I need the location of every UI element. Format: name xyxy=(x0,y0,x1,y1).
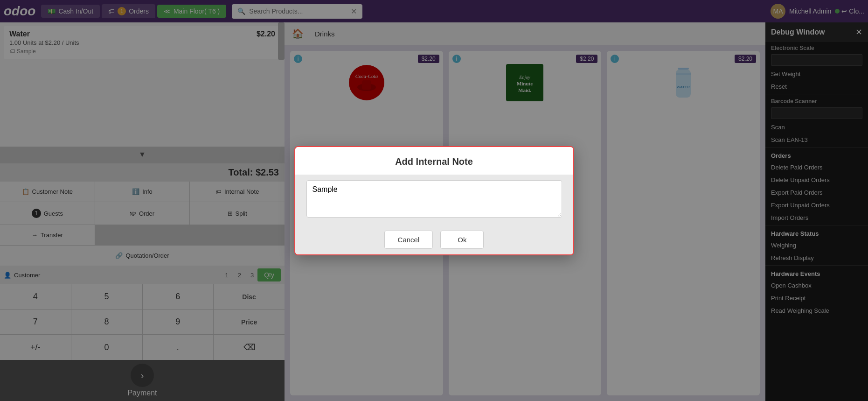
modal-title: Add Internal Note xyxy=(295,147,573,175)
internal-note-textarea[interactable]: Sample xyxy=(306,180,562,218)
modal-ok-button[interactable]: Ok xyxy=(440,231,484,249)
modal-overlay: Add Internal Note Sample Cancel Ok xyxy=(0,0,868,401)
add-internal-note-dialog: Add Internal Note Sample Cancel Ok xyxy=(294,146,574,255)
modal-cancel-button[interactable]: Cancel xyxy=(384,231,433,249)
modal-body: Sample xyxy=(295,175,573,225)
modal-footer: Cancel Ok xyxy=(295,225,573,254)
